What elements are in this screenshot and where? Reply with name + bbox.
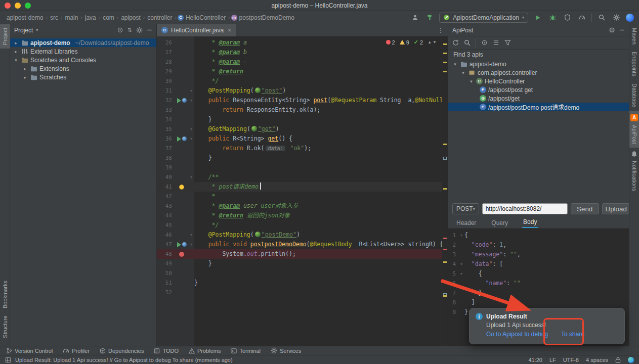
toolwindow-project-button[interactable]: Project bbox=[0, 24, 10, 49]
code-line[interactable]: 1▾{ bbox=[448, 231, 629, 240]
code-line[interactable]: 45 */ bbox=[157, 220, 442, 230]
expand-collapse-icon[interactable]: ⇅ bbox=[127, 27, 132, 33]
toolwindow-structure-button[interactable]: Structure bbox=[0, 312, 10, 342]
api-tree-module[interactable]: ▾ apipost-demo bbox=[448, 60, 629, 68]
breadcrumb-item[interactable]: src bbox=[49, 14, 60, 21]
send-button[interactable]: Send bbox=[571, 203, 599, 214]
breadcrumb-item[interactable]: java bbox=[83, 14, 98, 21]
code-line[interactable]: 48 System.out.println(); bbox=[157, 249, 442, 259]
code-line[interactable]: 4▾ "data": [ bbox=[448, 259, 629, 269]
collapse-arrow-icon[interactable]: ▾ bbox=[460, 70, 466, 75]
toolwindow-todo-button[interactable]: TODO bbox=[154, 348, 179, 354]
close-tab-icon[interactable]: × bbox=[228, 27, 231, 34]
api-tree-endpoint-get[interactable]: G /apipost/get bbox=[448, 94, 629, 103]
readonly-lock-icon[interactable] bbox=[615, 357, 621, 363]
code-line[interactable]: 46▾ @PostMapping("postDemo") bbox=[157, 230, 442, 240]
project-tree-item-root[interactable]: ▸ apipost-demo ~/Downloads/apipost-demo bbox=[10, 38, 156, 47]
code-line[interactable]: 8 ] bbox=[448, 298, 629, 307]
user-profile-icon[interactable] bbox=[410, 13, 420, 23]
intention-bulb-icon[interactable] bbox=[179, 185, 184, 190]
breadcrumb-item[interactable]: apipost bbox=[119, 14, 142, 21]
code-line[interactable]: 50 bbox=[157, 268, 442, 278]
build-project-button[interactable] bbox=[424, 13, 435, 23]
code-line[interactable]: 36▾ public R<String> get() { bbox=[157, 134, 442, 144]
run-configuration-select[interactable]: ApipostDemoApplication ▾ bbox=[439, 13, 528, 23]
code-line[interactable]: 30 */ bbox=[157, 76, 442, 86]
fold-marker[interactable]: ▾ bbox=[458, 269, 464, 279]
expand-arrow-icon[interactable]: ▸ bbox=[13, 49, 19, 54]
expand-arrow-icon[interactable]: ▸ bbox=[22, 66, 28, 71]
breadcrumb-item[interactable]: postpostDemoDemo bbox=[238, 14, 296, 21]
run-endpoint-icon[interactable] bbox=[177, 242, 181, 247]
breadcrumb-item[interactable]: HelloController bbox=[184, 14, 227, 21]
close-window-button[interactable] bbox=[5, 3, 11, 9]
code-line[interactable]: 35▾ @GetMapping("get") bbox=[157, 124, 442, 134]
tab-options-icon[interactable]: ⋮ bbox=[434, 27, 448, 34]
fold-marker[interactable]: ▾ bbox=[188, 172, 194, 182]
hide-panel-icon[interactable] bbox=[147, 27, 152, 33]
breadcrumb-item[interactable]: com bbox=[101, 14, 116, 21]
indent-style[interactable]: 4 spaces bbox=[586, 357, 608, 363]
debug-button[interactable] bbox=[547, 13, 558, 23]
run-endpoint-icon[interactable] bbox=[177, 136, 181, 142]
search-everywhere-icon[interactable] bbox=[597, 13, 607, 23]
fold-marker[interactable]: ▾ bbox=[188, 240, 194, 249]
upload-result-notification[interactable]: i Upload Result Upload 1 Api success! Go… bbox=[469, 308, 625, 344]
locate-api-icon[interactable] bbox=[481, 39, 488, 46]
line-separator[interactable]: LF bbox=[549, 357, 556, 363]
run-endpoint-icon[interactable] bbox=[177, 98, 181, 103]
code-line[interactable]: 41 * post请求demo bbox=[157, 182, 442, 192]
code-line[interactable]: 40▾ /** bbox=[157, 172, 442, 182]
code-line[interactable]: 43 * @param user user对象入参 bbox=[157, 201, 442, 211]
toolwindow-profiler-button[interactable]: Profiler bbox=[63, 347, 90, 354]
toolwindow-services-button[interactable]: Services bbox=[271, 347, 301, 354]
code-line[interactable]: 33 return ResponseEntity.ok(a); bbox=[157, 105, 442, 115]
project-pane-title[interactable]: Project bbox=[14, 27, 33, 34]
run-button[interactable] bbox=[533, 13, 543, 23]
code-line[interactable]: 3 "message": "", bbox=[448, 250, 629, 259]
editor-tab-hellocontroller[interactable]: C HelloController.java × bbox=[157, 24, 236, 36]
file-encoding[interactable]: UTF-8 bbox=[563, 357, 579, 363]
url-input[interactable] bbox=[482, 203, 568, 214]
coverage-button[interactable] bbox=[562, 13, 572, 23]
toolwindow-maven-button[interactable]: Maven bbox=[629, 24, 639, 48]
toolwindow-problems-button[interactable]: Problems bbox=[189, 348, 221, 354]
locate-file-icon[interactable] bbox=[117, 27, 123, 33]
code-line[interactable]: 29 * @return bbox=[157, 67, 442, 76]
code-line[interactable]: 34 } bbox=[157, 115, 442, 124]
api-tree-class[interactable]: ▾ C HelloController bbox=[448, 77, 629, 85]
fold-marker[interactable]: ▾ bbox=[188, 134, 194, 144]
project-tree-item-external-libraries[interactable]: ▸ External Libraries bbox=[10, 47, 156, 56]
code-line[interactable]: 32▾ public ResponseEntity<String> post(@… bbox=[157, 96, 442, 105]
breadcrumb-item[interactable]: controller bbox=[146, 14, 174, 21]
refresh-apis-icon[interactable] bbox=[452, 39, 459, 46]
expand-arrow-icon[interactable]: ▸ bbox=[22, 75, 28, 80]
to-share-link[interactable]: To share bbox=[561, 331, 584, 338]
go-to-apipost-link[interactable]: Go to Apipost to debug bbox=[486, 331, 548, 338]
code-line[interactable]: 5▾ { bbox=[448, 269, 629, 279]
toolwindow-endpoints-button[interactable]: Endpoints bbox=[629, 48, 639, 80]
endpoint-icon[interactable] bbox=[182, 242, 187, 247]
minimize-window-button[interactable] bbox=[15, 3, 21, 9]
zoom-window-button[interactable] bbox=[25, 3, 31, 9]
code-line[interactable]: 7 } bbox=[448, 288, 629, 298]
expand-all-icon[interactable] bbox=[493, 39, 499, 46]
api-tree-endpoint-post[interactable]: P /apipost/post get bbox=[448, 85, 629, 94]
code-line[interactable]: 6 "name": "" bbox=[448, 279, 629, 288]
method-select[interactable]: POST ▾ bbox=[452, 203, 479, 214]
fold-marker[interactable]: ▾ bbox=[188, 96, 194, 105]
api-tree-endpoint-postdemo[interactable]: P /apipost/postDemo post请求demo bbox=[448, 103, 629, 111]
status-message[interactable]: Upload Result: Upload 1 Api success! // … bbox=[15, 357, 233, 363]
code-line[interactable]: 49 } bbox=[157, 259, 442, 268]
fold-marker[interactable]: ▾ bbox=[188, 86, 194, 96]
collapse-arrow-icon[interactable]: ▾ bbox=[13, 58, 19, 63]
code-line[interactable]: 47▾ public void postpostDemoDemo(@Reques… bbox=[157, 240, 442, 249]
toolwindow-database-button[interactable]: Database bbox=[629, 80, 639, 111]
code-line[interactable]: 27 * @param b bbox=[157, 48, 442, 57]
toolwindow-apipost-button[interactable]: A ApiPost bbox=[629, 111, 639, 148]
code-line[interactable]: 38 } bbox=[157, 153, 442, 163]
toolwindow-switcher-icon[interactable] bbox=[5, 357, 11, 363]
code-line[interactable]: 2 "code": 1, bbox=[448, 240, 629, 250]
code-with-me-avatar[interactable] bbox=[626, 14, 634, 22]
search-apis-icon[interactable] bbox=[464, 39, 471, 46]
